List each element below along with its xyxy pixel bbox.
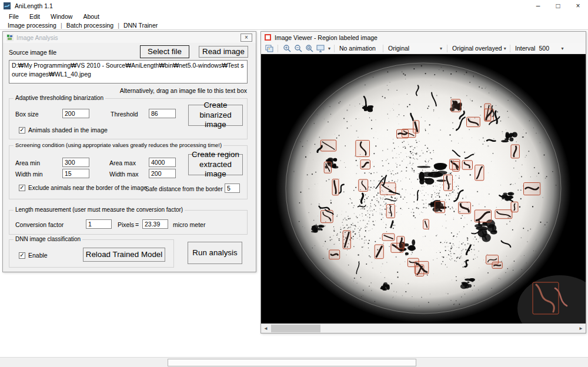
viewer-window-icon [265, 34, 271, 41]
exclude-border-checkbox[interactable]: Exclude animals near the border of the i… [19, 185, 147, 191]
mdi-area: Image Analysis × Source image file Selec… [0, 31, 588, 357]
toolbar-separator [334, 45, 335, 52]
safe-distance-label: Safe distance from the border [145, 186, 223, 192]
animals-shaded-checkbox[interactable]: Animals shaded in the image [19, 126, 108, 134]
binarization-group: Adaptive thresholding binarization Box s… [9, 98, 248, 139]
display-caret-icon[interactable]: ▾ [328, 46, 330, 51]
viewer-titlebar[interactable]: Image Viewer - Region labeled image [261, 32, 586, 43]
width-min-input[interactable]: 15 [62, 169, 89, 178]
conversion-factor-input[interactable]: 1 [86, 219, 112, 229]
pixels-input[interactable]: 23.39 [142, 219, 168, 229]
close-icon[interactable]: × [568, 0, 588, 12]
source-file-label: Source image file [9, 49, 56, 56]
equals-sign: = [135, 221, 139, 228]
app-scrollbar-thumb[interactable] [168, 359, 416, 366]
pixels-label: Pixels [118, 221, 134, 228]
threshold-label: Threshold [111, 111, 138, 118]
reload-model-button[interactable]: Reload Trained Model [83, 248, 165, 262]
animals-shaded-label: Animals shaded in the image [28, 126, 108, 134]
run-analysis-button[interactable]: Run analysis [188, 242, 242, 264]
dnn-group: DNN image classification Enable Reload T… [9, 239, 174, 268]
maximize-icon[interactable]: □ [548, 0, 568, 12]
toolbar-separator [278, 45, 278, 52]
area-min-label: Area min [15, 159, 40, 166]
toolbar-separator [447, 45, 447, 52]
box-size-label: Box size [15, 111, 39, 118]
area-max-label: Area max [109, 159, 136, 166]
width-max-input[interactable]: 200 [149, 169, 176, 178]
menu-window[interactable]: Window [45, 13, 78, 20]
scrollbar-thumb[interactable] [271, 325, 320, 332]
source-path-input[interactable]: D:₩My Programming₩VS 2010 - Source₩AniLe… [9, 60, 248, 84]
exclude-border-label: Exclude animals near the border of the i… [28, 185, 147, 191]
screening-group: Screening condition (using appropriate v… [9, 145, 248, 199]
screening-group-title: Screening condition (using appropriate v… [14, 142, 223, 148]
area-min-input[interactable]: 300 [62, 158, 89, 167]
view-mode-value: Original [388, 45, 409, 52]
tab-image-processing[interactable]: Image processing [4, 22, 61, 29]
interval-label: Interval [514, 45, 536, 52]
scroll-left-icon[interactable]: ◄ [261, 324, 270, 333]
chevron-down-icon: ▾ [561, 46, 563, 51]
dnn-enable-label: Enable [28, 252, 48, 259]
drag-hint-label: Alternatively, drag an image file to thi… [120, 87, 247, 94]
overlay-mode-select[interactable]: Original overlayed ▾ [451, 45, 506, 52]
threshold-input[interactable]: 86 [149, 109, 176, 118]
image-viewer-window: Image Viewer - Region labeled image ▾ N [260, 31, 586, 333]
analysis-window-title: Image Analysis [16, 34, 58, 41]
viewer-window-title: Image Viewer - Region labeled image [275, 34, 377, 41]
petri-dish-image [261, 54, 586, 323]
viewer-hscrollbar[interactable]: ◄ ► [261, 323, 586, 333]
app-icon [3, 2, 11, 10]
menu-about[interactable]: About [78, 13, 104, 20]
checkbox-icon [19, 127, 25, 134]
analysis-body: Source image file Select file Read image… [3, 43, 256, 272]
tab-dnn-trainer[interactable]: DNN Trainer [119, 22, 162, 29]
analysis-window-icon [6, 34, 14, 41]
zoom-out-icon[interactable] [293, 44, 303, 53]
app-titlebar: AniLength 1.1 – □ × [0, 0, 588, 12]
animation-value: No animation [339, 45, 376, 52]
checkbox-icon [19, 185, 25, 191]
image-analysis-window: Image Analysis × Source image file Selec… [2, 31, 256, 272]
micro-meter-label: micro meter [173, 221, 205, 228]
toolbar-separator [383, 45, 383, 52]
interval-value: 500 [539, 45, 549, 52]
binarization-group-title: Adaptive thresholding binarization [14, 95, 105, 101]
conversion-factor-label: Conversion factor [15, 221, 64, 228]
width-max-label: Width max [109, 171, 139, 178]
checkbox-icon [19, 252, 25, 259]
tabstrip: Image processing | Batch processing | DN… [0, 21, 588, 30]
menubar: File Edit Window About [0, 12, 588, 21]
overlay-mode-value: Original overlayed [452, 45, 502, 52]
images-icon[interactable] [264, 44, 274, 53]
select-file-button[interactable]: Select file [140, 45, 189, 58]
chevron-down-icon: ▾ [440, 46, 442, 51]
tab-batch-processing[interactable]: Batch processing [62, 22, 118, 29]
minimize-icon[interactable]: – [528, 0, 548, 12]
analysis-close-icon[interactable]: × [240, 34, 252, 42]
create-binarized-button[interactable]: Create binarized image [188, 105, 243, 126]
app-title: AniLength 1.1 [15, 2, 53, 9]
interval-select[interactable]: 500 ▾ [537, 45, 564, 52]
menu-file[interactable]: File [4, 13, 24, 20]
viewer-toolbar: ▾ No animation Original ▾ Original overl… [261, 43, 586, 54]
box-size-input[interactable]: 200 [62, 109, 89, 118]
safe-distance-input[interactable]: 5 [225, 184, 240, 193]
viewer-image-area[interactable] [261, 54, 586, 323]
dnn-enable-checkbox[interactable]: Enable [19, 252, 48, 259]
app-hscrollbar[interactable] [0, 357, 588, 367]
display-icon[interactable] [315, 44, 325, 53]
zoom-in-icon[interactable] [282, 44, 292, 53]
create-region-button[interactable]: Create region extracted image [188, 154, 243, 175]
area-max-input[interactable]: 4000 [149, 158, 176, 167]
animation-select[interactable]: No animation [338, 45, 379, 52]
analysis-titlebar[interactable]: Image Analysis × [3, 32, 256, 43]
menu-edit[interactable]: Edit [24, 13, 45, 20]
read-image-button[interactable]: Read image [199, 46, 248, 58]
length-group-title: Length measurement (user must measure th… [14, 206, 185, 213]
scroll-right-icon[interactable]: ► [576, 324, 586, 333]
width-min-label: Width min [15, 171, 43, 178]
zoom-fit-icon[interactable] [304, 44, 314, 53]
view-mode-select[interactable]: Original ▾ [387, 45, 443, 52]
